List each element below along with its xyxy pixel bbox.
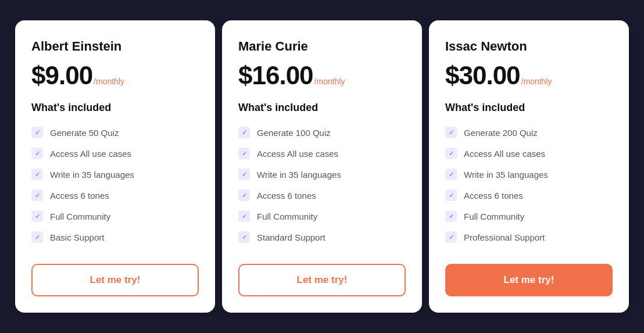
check-icon bbox=[238, 189, 250, 201]
feature-text: Access 6 tones bbox=[464, 191, 523, 200]
feature-text: Professional Support bbox=[464, 232, 545, 242]
check-icon bbox=[445, 169, 457, 180]
check-icon bbox=[238, 210, 250, 222]
cta-button-albert-einstein[interactable]: Let me try! bbox=[31, 264, 199, 296]
feature-text: Generate 200 Quiz bbox=[464, 128, 538, 138]
price-period-issac-newton: /monthly bbox=[521, 77, 552, 86]
check-icon bbox=[238, 169, 250, 180]
feature-item: Full Community bbox=[445, 206, 613, 227]
whats-included-heading-marie-curie: What's included bbox=[238, 102, 406, 114]
pricing-card-albert-einstein: Albert Einstein$9.00/monthlyWhat's inclu… bbox=[15, 20, 215, 313]
feature-item: Basic Support bbox=[31, 227, 199, 248]
whats-included-heading-albert-einstein: What's included bbox=[31, 102, 199, 114]
check-icon bbox=[445, 210, 457, 222]
feature-text: Access 6 tones bbox=[50, 191, 109, 200]
price-row-marie-curie: $16.00/monthly bbox=[238, 61, 406, 90]
feature-item: Full Community bbox=[238, 206, 406, 227]
feature-text: Generate 50 Quiz bbox=[50, 128, 119, 138]
check-icon bbox=[445, 148, 457, 159]
features-list-albert-einstein: Generate 50 QuizAccess All use casesWrit… bbox=[31, 122, 199, 248]
feature-text: Access 6 tones bbox=[257, 191, 316, 200]
feature-item: Access All use cases bbox=[445, 143, 613, 164]
feature-text: Generate 100 Quiz bbox=[257, 128, 331, 138]
pricing-container: Albert Einstein$9.00/monthlyWhat's inclu… bbox=[12, 20, 632, 313]
feature-item: Professional Support bbox=[445, 227, 613, 248]
cta-button-issac-newton[interactable]: Let me try! bbox=[445, 264, 613, 296]
price-row-issac-newton: $30.00/monthly bbox=[445, 61, 613, 90]
feature-text: Standard Support bbox=[257, 232, 325, 242]
price-amount-marie-curie: $16.00 bbox=[238, 61, 313, 90]
check-icon bbox=[445, 189, 457, 201]
price-period-albert-einstein: /monthly bbox=[94, 77, 124, 86]
whats-included-heading-issac-newton: What's included bbox=[445, 102, 613, 114]
feature-item: Write in 35 languages bbox=[238, 164, 406, 185]
feature-text: Basic Support bbox=[50, 232, 104, 242]
check-icon bbox=[31, 169, 43, 180]
feature-item: Access All use cases bbox=[31, 143, 199, 164]
price-amount-issac-newton: $30.00 bbox=[445, 61, 520, 90]
check-icon bbox=[31, 210, 43, 222]
check-icon bbox=[31, 148, 43, 159]
check-icon bbox=[31, 189, 43, 201]
feature-text: Access All use cases bbox=[257, 149, 338, 159]
feature-item: Access 6 tones bbox=[238, 185, 406, 206]
check-icon bbox=[31, 231, 43, 243]
feature-item: Generate 50 Quiz bbox=[31, 122, 199, 143]
plan-name-marie-curie: Marie Curie bbox=[238, 39, 406, 54]
features-list-issac-newton: Generate 200 QuizAccess All use casesWri… bbox=[445, 122, 613, 248]
price-row-albert-einstein: $9.00/monthly bbox=[31, 61, 199, 90]
feature-item: Full Community bbox=[31, 206, 199, 227]
feature-text: Write in 35 languages bbox=[257, 170, 341, 180]
check-icon bbox=[238, 127, 250, 138]
feature-item: Generate 100 Quiz bbox=[238, 122, 406, 143]
plan-name-issac-newton: Issac Newton bbox=[445, 39, 613, 54]
check-icon bbox=[238, 148, 250, 159]
feature-item: Write in 35 languages bbox=[31, 164, 199, 185]
feature-item: Access 6 tones bbox=[445, 185, 613, 206]
price-period-marie-curie: /monthly bbox=[314, 77, 345, 86]
feature-text: Full Community bbox=[464, 212, 524, 221]
features-list-marie-curie: Generate 100 QuizAccess All use casesWri… bbox=[238, 122, 406, 248]
feature-item: Write in 35 languages bbox=[445, 164, 613, 185]
feature-text: Write in 35 languages bbox=[464, 170, 548, 180]
feature-item: Standard Support bbox=[238, 227, 406, 248]
check-icon bbox=[238, 231, 250, 243]
check-icon bbox=[31, 127, 43, 138]
feature-item: Access All use cases bbox=[238, 143, 406, 164]
feature-text: Access All use cases bbox=[464, 149, 545, 159]
check-icon bbox=[445, 231, 457, 243]
feature-text: Full Community bbox=[257, 212, 317, 221]
pricing-card-issac-newton: Issac Newton$30.00/monthlyWhat's include… bbox=[429, 20, 629, 313]
feature-item: Generate 200 Quiz bbox=[445, 122, 613, 143]
feature-item: Access 6 tones bbox=[31, 185, 199, 206]
cta-button-marie-curie[interactable]: Let me try! bbox=[238, 264, 406, 296]
check-icon bbox=[445, 127, 457, 138]
feature-text: Full Community bbox=[50, 212, 110, 221]
feature-text: Write in 35 languages bbox=[50, 170, 134, 180]
feature-text: Access All use cases bbox=[50, 149, 131, 159]
pricing-card-marie-curie: Marie Curie$16.00/monthlyWhat's included… bbox=[222, 20, 422, 313]
price-amount-albert-einstein: $9.00 bbox=[31, 61, 92, 90]
plan-name-albert-einstein: Albert Einstein bbox=[31, 39, 199, 54]
